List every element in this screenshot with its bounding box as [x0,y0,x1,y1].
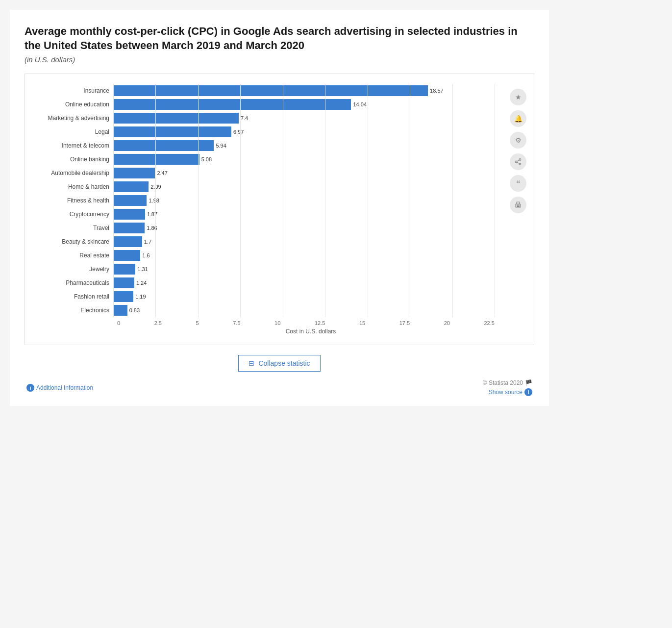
collapse-button[interactable]: ⊟ Collapse statistic [238,355,320,372]
page-subtitle: (in U.S. dollars) [25,55,534,64]
additional-info-link[interactable]: i Additional Information [26,379,93,396]
bar-track: 5.94 [113,139,495,152]
x-axis-tick: 22.5 [484,320,495,326]
table-row: Real estate1.6 [35,249,495,262]
chart-area: Insurance18.57Online education14.04Marke… [30,84,504,335]
table-row: Travel1.86 [35,221,495,235]
bar-fill [113,277,134,288]
bar-track: 0.83 [113,303,495,317]
table-row: Beauty & skincare1.7 [35,235,495,249]
show-source-link[interactable]: Show source i [489,388,532,396]
x-axis-tick: 20 [444,320,450,326]
footer-row: i Additional Information © Statista 2020… [25,379,534,396]
bottom-section: ⊟ Collapse statistic i Additional Inform… [25,355,534,396]
bar-fill [113,85,428,96]
x-axis-tick: 15 [359,320,365,326]
bar-track: 1.86 [113,221,495,235]
table-row: Automobile dealership2.47 [35,166,495,180]
gear-icon[interactable]: ⚙ [510,132,526,149]
page-title: Average monthly cost-per-click (CPC) in … [25,25,534,52]
bar-fill [113,99,351,110]
x-axis-tick: 0 [117,320,120,326]
table-row: Cryptocurrency1.87 [35,207,495,221]
bar-track: 2.47 [113,166,495,180]
bar-fill [113,113,239,124]
bar-value: 5.94 [216,143,226,149]
footer-right: © Statista 2020 🏴 Show source i [483,379,532,396]
table-row: Home & harden2.09 [35,180,495,194]
chart-rows: Insurance18.57Online education14.04Marke… [30,84,504,317]
bar-value: 1.31 [137,266,148,272]
x-axis-tick: 17.5 [399,320,410,326]
bar-track: 6.97 [113,125,495,139]
bar-track: 1.24 [113,276,495,290]
bar-track: 18.57 [113,84,495,98]
svg-point-1 [519,163,521,165]
x-axis-tick: 5 [196,320,199,326]
bar-track: 1.7 [113,235,495,249]
svg-rect-7 [517,205,520,207]
bar-label: Cryptocurrency [35,211,113,218]
bell-icon[interactable]: 🔔 [510,110,526,127]
bar-track: 14.04 [113,98,495,111]
table-row: Online education14.04 [35,98,495,111]
x-axis-labels: 02.557.51012.51517.52022.5 [117,320,495,326]
collapse-label: Collapse statistic [258,359,310,367]
info-icon: i [26,384,34,392]
bar-fill [113,154,199,165]
x-axis-tick: 2.5 [154,320,162,326]
table-row: Fitness & health1.98 [35,194,495,207]
bar-track: 1.87 [113,207,495,221]
bar-fill [113,264,135,275]
bar-label: Fitness & health [35,197,113,204]
share-icon[interactable] [510,153,526,170]
table-row: Online banking5.08 [35,152,495,166]
bar-track: 1.31 [113,262,495,276]
page-wrapper: Average monthly cost-per-click (CPC) in … [10,10,549,406]
bar-fill [113,181,149,192]
bar-value: 6.97 [233,129,244,135]
bar-fill [113,168,155,178]
copyright-text: © Statista 2020 🏴 [483,379,532,386]
quote-icon[interactable]: ❝ [510,175,526,192]
bar-fill [113,305,127,316]
bar-label: Pharmaceuticals [35,279,113,286]
bar-track: 2.09 [113,180,495,194]
bar-track: 1.98 [113,194,495,207]
bar-track: 5.08 [113,152,495,166]
table-row: Legal6.97 [35,125,495,139]
bar-label: Home & harden [35,183,113,190]
bar-value: 1.6 [142,252,149,258]
bar-fill [113,126,231,137]
bar-track: 1.6 [113,249,495,262]
svg-point-0 [519,159,521,161]
bar-label: Legal [35,128,113,135]
bar-label: Online education [35,101,113,108]
bar-label: Jewelry [35,266,113,273]
x-axis-tick: 7.5 [233,320,240,326]
table-row: Pharmaceuticals1.24 [35,276,495,290]
star-icon[interactable]: ★ [510,89,526,105]
bar-track: 1.19 [113,290,495,303]
bar-fill [113,140,214,151]
bar-value: 7.4 [241,115,248,121]
bar-value: 1.87 [147,211,157,217]
table-row: Marketing & advertising7.4 [35,111,495,125]
bar-value: 18.57 [430,88,444,94]
sidebar-icons: ★ 🔔 ⚙ ❝ [507,84,529,335]
svg-line-4 [517,162,520,164]
table-row: Fashion retail1.19 [35,290,495,303]
bar-label: Insurance [35,87,113,94]
chart-container: Insurance18.57Online education14.04Marke… [25,74,534,345]
bar-label: Automobile dealership [35,170,113,176]
bar-value: 2.47 [157,170,167,176]
print-icon[interactable] [510,197,526,213]
bar-label: Electronics [35,307,113,314]
collapse-icon: ⊟ [249,359,254,367]
svg-point-2 [515,161,517,163]
bar-label: Beauty & skincare [35,238,113,245]
bar-value: 14.04 [353,101,367,107]
bar-value: 1.7 [144,239,151,245]
table-row: Insurance18.57 [35,84,495,98]
bar-value: 5.08 [201,156,212,162]
